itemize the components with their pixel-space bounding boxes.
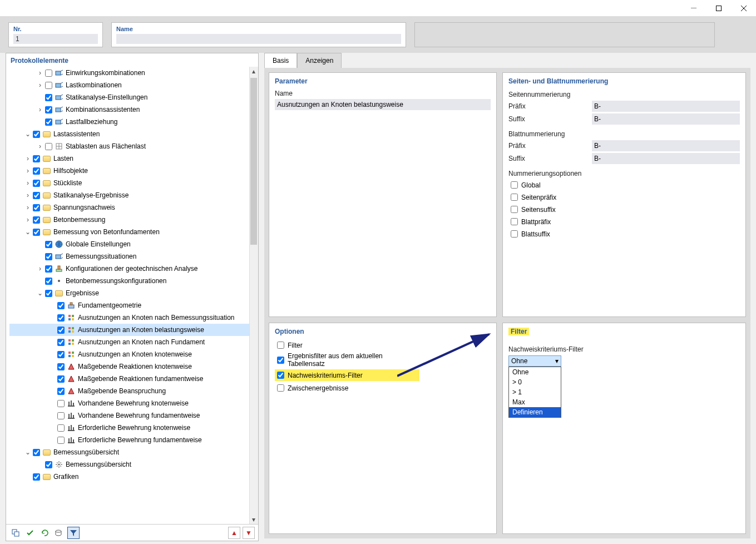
tree-item[interactable]: Bemessungssituationen [9,250,258,263]
tree-checkbox[interactable] [45,265,52,273]
tree-checkbox[interactable] [45,106,52,113]
tab-basis[interactable]: Basis [264,53,297,68]
tree-checkbox[interactable] [33,155,40,162]
toolbar-icon-3[interactable] [38,527,51,539]
option-checkbox[interactable] [277,342,284,349]
close-button[interactable] [731,0,756,17]
tree-item[interactable]: Betonbemessungskonfigurationen [9,275,258,287]
tree-checkbox[interactable] [57,424,65,432]
param-name-value[interactable] [275,99,491,110]
nr-value[interactable]: 1 [13,34,98,44]
tree-item[interactable]: ⌄Bemessungsübersicht [9,446,258,458]
tree-item[interactable]: Maßgebende Reaktionen fundamentweise [9,373,258,385]
tree[interactable]: ›Einwirkungskombinationen›Lastkombinatio… [9,67,258,483]
maximize-button[interactable] [706,0,731,17]
filter-dropdown-list[interactable]: Ohne> 0> 1MaxDefinieren [508,367,561,418]
tree-checkbox[interactable] [57,302,65,309]
tree-item[interactable]: Globale Einstellungen [9,238,258,250]
tree-checkbox[interactable] [33,449,40,456]
numbering-opt-checkbox[interactable] [511,181,518,189]
tree-checkbox[interactable] [33,192,40,199]
tree-item[interactable]: ›Statikanalyse-Ergebnisse [9,189,258,201]
toolbar-icon-4[interactable] [53,527,65,539]
scroll-down-icon[interactable]: ▾ [249,515,258,524]
tree-checkbox[interactable] [45,290,52,297]
tree-item[interactable]: Lastfallbeziehung [9,116,258,128]
tree-collapse-icon[interactable]: ⌄ [24,446,32,458]
tree-checkbox[interactable] [57,363,65,370]
sheet-prefix-input[interactable] [592,140,740,151]
filter-option[interactable]: > 1 [509,387,561,397]
tree-collapse-icon[interactable]: ⌄ [24,128,32,140]
tree-item[interactable]: ⌄Lastassistenten [9,128,258,140]
tree-checkbox[interactable] [33,473,40,481]
tree-item[interactable]: ›Stablasten aus Flächenlast [9,140,258,152]
tree-expand-icon[interactable]: › [36,79,44,91]
move-down-button[interactable]: ▼ [243,527,255,539]
minimize-button[interactable] [681,0,706,17]
tree-checkbox[interactable] [57,437,65,444]
page-suffix-input[interactable] [592,113,740,125]
toolbar-filter-icon[interactable] [67,527,80,539]
tree-item[interactable]: ›Hilfsobjekte [9,165,258,177]
tree-expand-icon[interactable]: › [24,165,32,177]
tree-checkbox[interactable] [33,180,40,187]
toolbar-icon-1[interactable] [9,527,22,539]
tree-item[interactable]: ›Betonbemessung [9,214,258,226]
filter-dropdown[interactable]: Ohne ▾ [508,355,561,367]
tree-expand-icon[interactable]: › [24,189,32,201]
tree-item[interactable]: Statikanalyse-Einstellungen [9,91,258,103]
tree-item[interactable]: Fundamentgeometrie [9,299,258,311]
option-checkbox[interactable] [277,372,284,379]
tree-expand-icon[interactable]: › [24,214,32,226]
tree-item[interactable]: ›Lastkombinationen [9,79,258,91]
toolbar-icon-2[interactable] [24,527,36,539]
tree-checkbox[interactable] [45,461,52,468]
tree-item[interactable]: ⌄Ergebnisse [9,287,258,299]
filter-option[interactable]: Ohne [509,367,561,377]
sheet-suffix-input[interactable] [592,153,740,164]
tree-collapse-icon[interactable]: ⌄ [36,287,44,299]
tree-scrollbar[interactable]: ▴ ▾ [249,67,258,524]
tree-expand-icon[interactable]: › [24,177,32,189]
tree-checkbox[interactable] [45,241,52,248]
tree-expand-icon[interactable]: › [36,263,44,275]
tree-checkbox[interactable] [57,314,65,322]
tree-item[interactable]: Erforderliche Bewehrung fundamentweise [9,434,258,446]
tree-item[interactable]: ›Spannungsnachweis [9,201,258,214]
tree-checkbox[interactable] [45,70,52,77]
filter-option[interactable]: Definieren [509,407,561,417]
tree-checkbox[interactable] [45,143,52,150]
tree-checkbox[interactable] [45,253,52,260]
tree-checkbox[interactable] [33,216,40,224]
tab-anzeigen[interactable]: Anzeigen [297,53,342,68]
option-checkbox[interactable] [277,384,284,392]
numbering-opt-checkbox[interactable] [511,218,518,225]
tree-item[interactable]: Ausnutzungen an Knoten nach Bemessungssi… [9,311,258,324]
tree-item[interactable]: Ausnutzungen an Knoten nach Fundament [9,336,258,348]
scroll-up-icon[interactable]: ▴ [249,67,258,76]
scroll-thumb[interactable] [250,78,257,245]
tree-checkbox[interactable] [57,400,65,407]
move-up-button[interactable]: ▲ [228,527,240,539]
numbering-opt-checkbox[interactable] [511,230,518,238]
tree-item[interactable]: Bemessungsübersicht [9,458,258,471]
numbering-opt-checkbox[interactable] [511,206,518,213]
tree-checkbox[interactable] [57,351,65,358]
name-value[interactable] [116,34,401,44]
tree-checkbox[interactable] [57,388,65,395]
tree-item[interactable]: Grafiken [9,471,258,483]
option-checkbox[interactable] [277,357,284,364]
numbering-opt-checkbox[interactable] [511,194,518,201]
tree-item[interactable]: Vorhandene Bewehrung fundamentweise [9,409,258,422]
tree-item[interactable]: ›Konfigurationen der geotechnischen Anal… [9,263,258,275]
tree-item[interactable]: ›Kombinationsassistenten [9,103,258,116]
tree-item[interactable]: Ausnutzungen an Knoten belastungsweise [9,324,258,336]
tree-expand-icon[interactable]: › [36,67,44,79]
tree-expand-icon[interactable]: › [36,103,44,116]
tree-checkbox[interactable] [45,118,52,126]
tree-item[interactable]: Maßgebende Reaktionen knotenweise [9,360,258,373]
filter-option[interactable]: > 0 [509,377,561,387]
tree-item[interactable]: Vorhandene Bewehrung knotenweise [9,397,258,409]
tree-item[interactable]: ⌄Bemessung von Betonfundamenten [9,226,258,238]
